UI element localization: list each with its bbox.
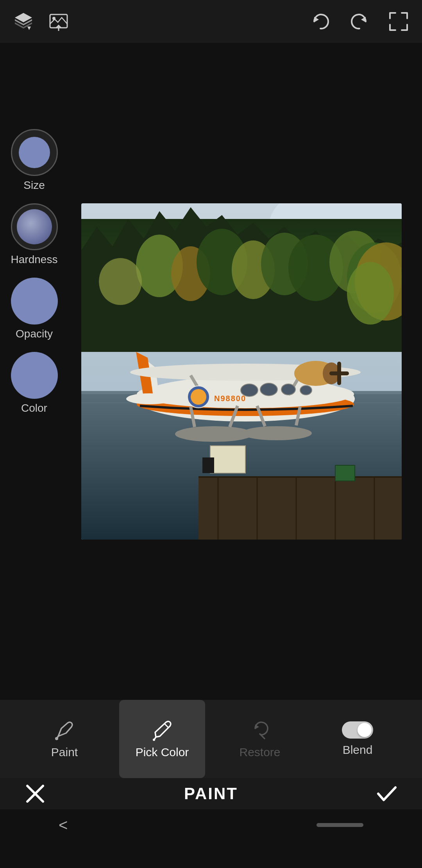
insert-image-button[interactable] [47, 10, 70, 33]
layers-button[interactable]: ▾ [12, 10, 35, 33]
svg-point-66 [347, 262, 394, 325]
svg-point-59 [175, 426, 253, 442]
paint-icon [54, 719, 75, 741]
toolbar-right [309, 10, 410, 33]
svg-marker-71 [255, 725, 259, 729]
svg-point-55 [300, 386, 312, 395]
fullscreen-button[interactable] [387, 10, 410, 33]
svg-rect-29 [198, 477, 402, 540]
cancel-button[interactable] [20, 778, 51, 809]
blend-tool-button[interactable]: Blend [315, 700, 401, 778]
redo-button[interactable] [348, 10, 371, 33]
back-button[interactable]: < [59, 816, 68, 834]
pick-color-label: Pick Color [136, 746, 189, 759]
action-title: PAINT [184, 784, 238, 803]
svg-point-44 [126, 393, 173, 404]
svg-point-54 [281, 384, 295, 395]
color-control[interactable]: Color [11, 352, 58, 414]
color-circle[interactable] [11, 352, 58, 399]
hardness-label: Hardness [11, 253, 58, 266]
svg-text:N98800: N98800 [214, 394, 246, 403]
restore-label: Restore [239, 746, 280, 759]
undo-button[interactable] [309, 10, 332, 33]
paint-label: Paint [51, 746, 78, 759]
hardness-circle[interactable] [11, 203, 58, 250]
svg-point-20 [99, 258, 142, 305]
svg-point-57 [191, 389, 206, 405]
svg-marker-8 [361, 17, 366, 22]
main-area: Size Hardness Opacity Color [0, 43, 422, 700]
blend-toggle[interactable] [342, 721, 373, 739]
paint-tool-button[interactable]: Paint [21, 700, 107, 778]
svg-point-68 [55, 737, 58, 740]
size-control[interactable]: Size [11, 129, 58, 192]
svg-text:▾: ▾ [27, 24, 31, 32]
opacity-circle[interactable] [11, 278, 58, 325]
restore-tool-button[interactable]: Restore [217, 700, 303, 778]
svg-point-53 [260, 383, 277, 396]
hardness-control[interactable]: Hardness [11, 203, 58, 266]
image-container[interactable]: N98800 [81, 203, 402, 540]
svg-point-70 [153, 739, 155, 741]
nav-bar: < [0, 809, 422, 841]
size-label: Size [23, 179, 45, 192]
blend-toggle-knob [358, 723, 372, 737]
svg-point-60 [241, 426, 312, 440]
top-toolbar: ▾ [0, 0, 422, 43]
scene-svg: N98800 [81, 203, 402, 540]
size-circle-inner [19, 137, 50, 168]
action-bar: PAINT [0, 778, 422, 809]
opacity-label: Opacity [16, 328, 53, 340]
svg-line-69 [165, 724, 168, 728]
toolbar-left: ▾ [12, 10, 70, 33]
restore-icon [249, 719, 271, 741]
pick-color-icon [151, 719, 173, 741]
blend-label: Blend [343, 743, 373, 757]
bottom-toolbar: Paint Pick Color [0, 700, 422, 809]
svg-rect-37 [202, 457, 214, 473]
confirm-button[interactable] [371, 778, 402, 809]
opacity-control[interactable]: Opacity [11, 278, 58, 340]
svg-marker-7 [314, 17, 319, 22]
tool-buttons-row: Paint Pick Color [0, 700, 422, 778]
pick-color-tool-button[interactable]: Pick Color [119, 700, 205, 778]
svg-point-5 [52, 17, 55, 20]
hardness-circle-inner [17, 209, 52, 244]
size-circle[interactable] [11, 129, 58, 176]
canvas-area[interactable]: N98800 [68, 43, 422, 700]
svg-rect-38 [335, 465, 355, 481]
left-sidebar: Size Hardness Opacity Color [0, 43, 68, 700]
color-label: Color [21, 402, 47, 414]
svg-rect-36 [210, 446, 245, 473]
nav-indicator [316, 823, 363, 827]
